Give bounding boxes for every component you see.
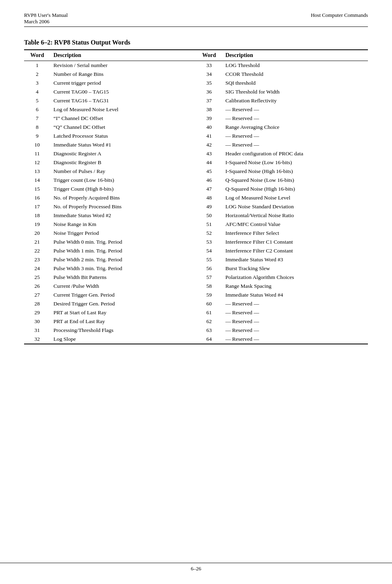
word-num-right: 34 <box>196 70 222 79</box>
table-row: 20Noise Trigger Period52Interference Fil… <box>24 229 368 238</box>
word-num-right: 37 <box>196 96 222 105</box>
word-num-left: 8 <box>24 123 50 132</box>
table-row: 17No. of Properly Processed Bins49LOG No… <box>24 202 368 211</box>
word-num-left: 12 <box>24 158 50 167</box>
word-num-left: 30 <box>24 317 50 326</box>
desc-left: Pulse Width 3 min. Trig. Period <box>50 264 196 273</box>
word-num-left: 10 <box>24 140 50 149</box>
word-num-right: 48 <box>196 193 222 202</box>
table-row: 11Diagnostic Register A43Header configur… <box>24 149 368 158</box>
table-row: 27Current Trigger Gen. Period59Immediate… <box>24 291 368 299</box>
word-num-right: 46 <box>196 176 222 185</box>
word-num-right: 62 <box>196 317 222 326</box>
page-header: RVP8 User's Manual March 2006 Host Compu… <box>24 12 368 27</box>
col-desc2: Description <box>222 50 368 61</box>
col-desc1: Description <box>50 50 196 61</box>
desc-left: Immediate Status Word #2 <box>50 211 196 220</box>
desc-right: — Reserved — <box>222 114 368 123</box>
desc-left: Noise Trigger Period <box>50 229 196 238</box>
word-num-left: 32 <box>24 335 50 344</box>
desc-left: Current Trigger Gen. Period <box>50 291 196 299</box>
word-num-left: 31 <box>24 326 50 335</box>
word-num-left: 18 <box>24 211 50 220</box>
desc-right: Q-Squared Noise (Low 16-bits) <box>222 176 368 185</box>
desc-right: Log of Measured Noise Level <box>222 193 368 202</box>
table-row: 12Diagnostic Register B44I-Squared Noise… <box>24 158 368 167</box>
header-date: March 2006 <box>24 18 68 25</box>
word-num-right: 36 <box>196 87 222 96</box>
table-row: 7“I” Channel DC Offset39— Reserved — <box>24 114 368 123</box>
word-num-right: 42 <box>196 140 222 149</box>
table-row: 26Current /Pulse Width58Range Mask Spaci… <box>24 282 368 291</box>
desc-right: CCOR Threshold <box>222 70 368 79</box>
table-row: 31Processing/Threshold Flags63— Reserved… <box>24 326 368 335</box>
word-num-left: 14 <box>24 176 50 185</box>
table-row: 8“Q” Channel DC Offset40Range Averaging … <box>24 123 368 132</box>
word-num-right: 49 <box>196 202 222 211</box>
table-row: 13Number of Pulses / Ray45I-Squared Nois… <box>24 167 368 176</box>
desc-left: Pulse Width Bit Patterns <box>50 273 196 282</box>
col-word1: Word <box>24 50 50 61</box>
table-row: 28Desired Trigger Gen. Period60— Reserve… <box>24 299 368 308</box>
desc-left: Noise Range in Km <box>50 220 196 229</box>
status-words-table: Word Description Word Description 1Revis… <box>24 49 368 344</box>
header-right: Host Computer Commands <box>311 12 368 18</box>
word-num-right: 55 <box>196 255 222 264</box>
desc-right: Immediate Status Word #4 <box>222 291 368 299</box>
desc-left: Log Slope <box>50 335 196 344</box>
desc-left: PRT at End of Last Ray <box>50 317 196 326</box>
desc-right: Horizontal/Vertical Noise Ratio <box>222 211 368 220</box>
word-num-left: 3 <box>24 79 50 87</box>
word-num-left: 6 <box>24 105 50 114</box>
word-num-right: 64 <box>196 335 222 344</box>
header-section-title: Host Computer Commands <box>311 12 368 18</box>
word-num-right: 59 <box>196 291 222 299</box>
word-num-left: 4 <box>24 87 50 96</box>
table-row: 25Pulse Width Bit Patterns57Polarization… <box>24 273 368 282</box>
table-row: 2Number of Range Bins34CCOR Threshold <box>24 70 368 79</box>
desc-left: Pulse Width 1 min. Trig. Period <box>50 246 196 255</box>
table-header-row: Word Description Word Description <box>24 50 368 61</box>
word-num-left: 26 <box>24 282 50 291</box>
word-num-left: 13 <box>24 167 50 176</box>
desc-right: — Reserved — <box>222 326 368 335</box>
table-row: 16No. of Properly Acquired Bins48Log of … <box>24 193 368 202</box>
table-row: 19Noise Range in Km51AFC/MFC Control Val… <box>24 220 368 229</box>
table-row: 5Current TAG16 – TAG3137Calibration Refl… <box>24 96 368 105</box>
desc-right: Range Mask Spacing <box>222 282 368 291</box>
desc-left: Log of Measured Noise Level <box>50 105 196 114</box>
word-num-left: 20 <box>24 229 50 238</box>
desc-left: Latched Processor Status <box>50 132 196 140</box>
desc-right: — Reserved — <box>222 105 368 114</box>
desc-left: Current /Pulse Width <box>50 282 196 291</box>
desc-left: Pulse Width 2 min. Trig. Period <box>50 255 196 264</box>
desc-right: AFC/MFC Control Value <box>222 220 368 229</box>
word-num-right: 61 <box>196 308 222 317</box>
desc-right: Interference Filter C1 Constant <box>222 238 368 246</box>
desc-left: Trigger count (Low 16-bits) <box>50 176 196 185</box>
desc-right: Burst Tracking Slew <box>222 264 368 273</box>
word-num-right: 63 <box>196 326 222 335</box>
word-num-right: 39 <box>196 114 222 123</box>
table-row: 6Log of Measured Noise Level38— Reserved… <box>24 105 368 114</box>
word-num-right: 52 <box>196 229 222 238</box>
table-row: 29PRT at Start of Last Ray61— Reserved — <box>24 308 368 317</box>
word-num-right: 54 <box>196 246 222 255</box>
table-row: 24Pulse Width 3 min. Trig. Period56Burst… <box>24 264 368 273</box>
word-num-left: 22 <box>24 246 50 255</box>
desc-right: Interference Filter C2 Constant <box>222 246 368 255</box>
desc-right: Polarization Algorithm Choices <box>222 273 368 282</box>
table-row: 32Log Slope64— Reserved — <box>24 335 368 344</box>
table-row: 1Revision / Serial number33LOG Threshold <box>24 61 368 70</box>
table-row: 15Trigger Count (High 8-bits)47Q-Squared… <box>24 185 368 193</box>
desc-left: Desired Trigger Gen. Period <box>50 299 196 308</box>
page-container: RVP8 User's Manual March 2006 Host Compu… <box>0 0 392 584</box>
page-footer: 6–26 <box>0 563 392 572</box>
desc-left: Number of Pulses / Ray <box>50 167 196 176</box>
header-manual-title: RVP8 User's Manual <box>24 12 68 18</box>
table-row: 4Current TAG00 – TAG1536SIG Threshold fo… <box>24 87 368 96</box>
col-word2: Word <box>196 50 222 61</box>
desc-right: Interference Filter Select <box>222 229 368 238</box>
word-num-right: 57 <box>196 273 222 282</box>
word-num-right: 44 <box>196 158 222 167</box>
